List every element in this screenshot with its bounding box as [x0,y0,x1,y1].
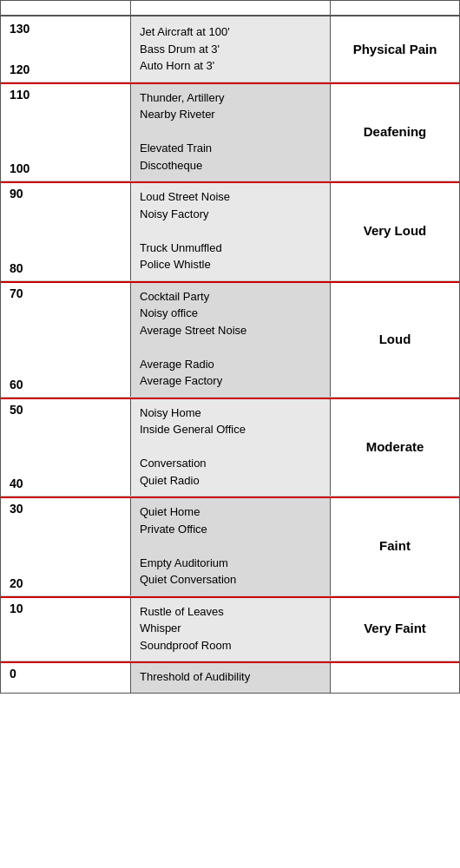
level-bottom: 60 [6,378,23,391]
bands-container: 130120Jet Aircraft at 100' Bass Drum at … [1,16,459,693]
band-row: 5040Noisy Home Inside General Office Con… [1,398,459,497]
level-top: 110 [6,88,30,102]
source-text: Rustle of Leaves Whisper Soundproof Room [140,603,232,654]
level-column: 9080 [1,181,131,280]
source-text: Thunder, Artillery Nearby Riveter Elevat… [140,89,225,174]
source-column: Threshold of Audibility [131,661,331,693]
level-column: 3020 [1,496,131,595]
level-top: 130 [6,22,30,36]
level-bottom: 100 [6,161,30,175]
sensation-column: Faint [331,496,459,595]
level-column: 7060 [1,281,131,397]
source-column: Noisy Home Inside General Office Convers… [131,398,331,496]
source-header [131,1,331,15]
band-row: 3020Quiet Home Private Office Empty Audi… [1,496,459,596]
level-bottom: 20 [6,576,23,590]
level-column: 110100 [1,82,131,181]
sensation-column: Deafening [331,82,459,181]
table-header [1,1,459,16]
band-row: 130120Jet Aircraft at 100' Bass Drum at … [1,16,459,82]
level-bottom: 80 [6,261,23,275]
source-column: Rustle of Leaves Whisper Soundproof Room [131,596,331,661]
sensation-column: Very Faint [331,596,459,661]
source-text: Threshold of Audibility [140,668,250,686]
source-column: Cocktail Party Noisy office Average Stre… [131,281,331,397]
level-column: 5040 [1,398,131,496]
level-top: 70 [6,286,23,300]
sensation-column [331,661,459,693]
level-column: 0 [1,661,131,693]
sensation-header [331,1,459,15]
level-top: 50 [6,403,23,417]
source-text: Noisy Home Inside General Office Convers… [140,404,246,490]
level-bottom: 40 [6,477,23,490]
level-column: 10 [1,596,131,661]
source-text: Cocktail Party Noisy office Average Stre… [140,288,246,390]
sound-pressure-table: 130120Jet Aircraft at 100' Bass Drum at … [0,0,460,694]
band-row: 110100Thunder, Artillery Nearby Riveter … [1,82,459,182]
band-row: 10Rustle of Leaves Whisper Soundproof Ro… [1,596,459,662]
sensation-column: Very Loud [331,181,459,280]
level-top: 0 [6,667,16,681]
band-row: 7060Cocktail Party Noisy office Average … [1,281,459,398]
level-top: 30 [6,502,23,516]
level-column: 130120 [1,16,131,82]
band-row: 0Threshold of Audibility [1,661,459,693]
level-top: 90 [6,187,23,201]
source-text: Quiet Home Private Office Empty Auditori… [140,503,236,589]
sensation-column: Physical Pain [331,16,459,82]
source-text: Loud Street Noise Noisy Factory Truck Un… [140,188,230,273]
spl-header [1,1,131,15]
band-row: 9080Loud Street Noise Noisy Factory Truc… [1,181,459,281]
source-text: Jet Aircraft at 100' Bass Drum at 3' Aut… [140,23,230,75]
source-column: Thunder, Artillery Nearby Riveter Elevat… [131,82,331,181]
sensation-column: Moderate [331,398,459,496]
sensation-column: Loud [331,281,459,397]
source-column: Quiet Home Private Office Empty Auditori… [131,496,331,595]
source-column: Jet Aircraft at 100' Bass Drum at 3' Aut… [131,16,331,82]
level-bottom: 120 [6,62,30,76]
source-column: Loud Street Noise Noisy Factory Truck Un… [131,181,331,280]
level-top: 10 [6,602,23,615]
